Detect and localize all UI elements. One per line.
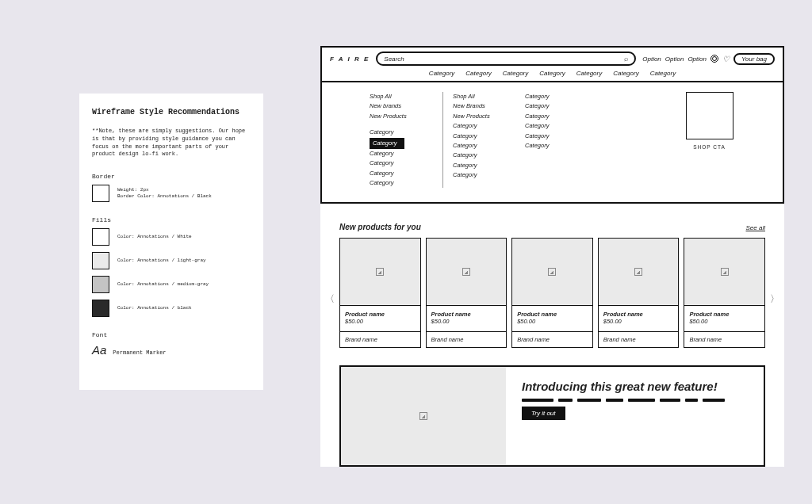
search-icon[interactable]: ⌕: [624, 55, 628, 63]
product-image: [599, 239, 679, 305]
nav-categories: Category Category Category Category Cate…: [330, 70, 775, 77]
mega-item[interactable]: Category: [453, 151, 515, 160]
product-brand: Brand name: [599, 331, 679, 347]
fill-swatch-black: [92, 300, 109, 317]
bag-button[interactable]: Your bag: [733, 53, 775, 65]
mega-item[interactable]: Category: [525, 92, 588, 101]
product-price: $50.00: [431, 318, 502, 325]
mega-item[interactable]: Category: [370, 128, 442, 137]
nav-option[interactable]: Option: [642, 55, 661, 63]
mega-item[interactable]: New brands: [370, 101, 442, 111]
product-price: $50.00: [345, 318, 416, 325]
nav-option[interactable]: Option: [665, 55, 684, 63]
image-placeholder-icon: [419, 412, 427, 420]
carousel-prev-icon[interactable]: 〈: [325, 292, 335, 306]
mega-item[interactable]: Category: [525, 112, 588, 121]
border-label: Border: [92, 173, 251, 180]
font-section: Font Aa Permanent Marker: [92, 331, 251, 357]
nav-category[interactable]: Category: [613, 70, 638, 77]
feature-cta-button[interactable]: Try it out: [522, 407, 565, 420]
mega-item[interactable]: New Brands: [453, 101, 515, 111]
nav-category[interactable]: Category: [539, 70, 565, 77]
mega-item[interactable]: Category: [453, 161, 515, 170]
font-label: Font: [92, 331, 251, 338]
fills-section: Fills Color: Annotations / White Color: …: [92, 216, 251, 317]
border-swatch: [92, 185, 109, 202]
product-image: [512, 239, 592, 305]
product-card[interactable]: Product name$50.00 Brand name: [339, 238, 421, 348]
fill-name-medgray: Color: Annotations / medium-gray: [117, 281, 209, 288]
product-carousel: Product name$50.00 Brand name Product na…: [339, 238, 765, 348]
feature-body: Introducing this great new feature! Try …: [506, 367, 764, 465]
nav-category[interactable]: Category: [503, 70, 528, 77]
nav-category[interactable]: Category: [429, 70, 454, 77]
image-placeholder-icon: [634, 268, 642, 276]
mega-menu: Shop All New brands New Products Categor…: [320, 82, 784, 204]
mega-item[interactable]: Category: [453, 132, 515, 141]
nav-option[interactable]: Option: [688, 55, 707, 63]
mega-item[interactable]: Shop All: [453, 92, 515, 101]
product-name: Product name: [603, 311, 674, 318]
product-price: $50.00: [689, 318, 760, 325]
product-price: $50.00: [517, 318, 588, 325]
product-card[interactable]: Product name$50.00 Brand name: [426, 238, 508, 348]
mega-item[interactable]: Category: [525, 141, 588, 151]
fill-swatch-medgray: [92, 276, 109, 293]
mega-item[interactable]: Category: [453, 121, 515, 131]
user-icon[interactable]: [710, 55, 718, 63]
product-brand: Brand name: [684, 331, 764, 347]
nav-category[interactable]: Category: [576, 70, 602, 77]
product-name: Product name: [431, 311, 502, 318]
product-name: Product name: [345, 311, 416, 318]
fill-swatch-lightgray: [92, 252, 109, 269]
mega-item[interactable]: Category: [370, 158, 442, 168]
mega-item[interactable]: Category: [370, 149, 442, 158]
nav-category[interactable]: Category: [650, 70, 676, 77]
mega-item[interactable]: Category: [370, 178, 442, 188]
product-card[interactable]: Product name$50.00 Brand name: [684, 238, 765, 348]
border-weight: Weight: 2px: [117, 187, 212, 193]
mega-item[interactable]: Category: [525, 132, 588, 141]
product-card[interactable]: Product name$50.00 Brand name: [598, 238, 680, 348]
fill-name-black: Color: Annotations / black: [117, 305, 192, 311]
mega-col-2: Shop All New Brands New Products Categor…: [442, 92, 515, 188]
mega-item[interactable]: New Products: [370, 112, 442, 121]
mega-col-3: Category Category Category Category Cate…: [515, 92, 588, 188]
mega-item[interactable]: Category: [525, 121, 588, 131]
shop-cta-image: [686, 92, 733, 139]
mega-item[interactable]: Category: [453, 141, 515, 151]
nav-category[interactable]: Category: [465, 70, 491, 77]
logo[interactable]: F A I R E: [330, 55, 370, 63]
mega-item[interactable]: Shop All: [370, 92, 442, 101]
feature-text-lines: [522, 399, 748, 402]
mega-item[interactable]: Category: [370, 169, 442, 178]
products-section: New products for you See all 〈 〉 Product…: [320, 204, 784, 348]
product-card[interactable]: Product name$50.00 Brand name: [511, 238, 593, 348]
border-section: Border Weight: 2px Border Color: Annotat…: [92, 173, 251, 202]
fill-swatch-white: [92, 228, 109, 246]
search-placeholder: Search: [384, 55, 404, 63]
search-input[interactable]: Search ⌕: [376, 52, 636, 66]
shop-cta[interactable]: SHOP CTA: [684, 92, 735, 188]
mega-item-active[interactable]: Category: [370, 138, 442, 149]
mega-item[interactable]: Category: [453, 170, 515, 180]
mega-item[interactable]: Category: [525, 101, 588, 111]
feature-image: [341, 367, 506, 465]
fill-name-lightgray: Color: Annotations / light-gray: [117, 258, 206, 264]
style-guide-title: Wireframe Style Recommendations: [92, 108, 251, 116]
font-name: Permanent Marker: [113, 349, 166, 356]
product-brand: Brand name: [427, 331, 507, 347]
see-all-link[interactable]: See all: [746, 224, 765, 231]
border-color: Border Color: Annotations / Black: [117, 193, 212, 200]
product-brand: Brand name: [340, 331, 420, 347]
mega-item[interactable]: New Products: [453, 112, 515, 121]
product-name: Product name: [517, 311, 588, 318]
feature-title: Introducing this great new feature!: [522, 380, 748, 393]
image-placeholder-icon: [462, 268, 470, 276]
fill-name-white: Color: Annotations / White: [117, 234, 192, 240]
product-price: $50.00: [603, 318, 674, 325]
carousel-next-icon[interactable]: 〉: [770, 292, 779, 306]
fills-label: Fills: [92, 216, 251, 223]
heart-icon[interactable]: ♡: [722, 55, 730, 63]
border-specs: Weight: 2px Border Color: Annotations / …: [117, 187, 212, 200]
